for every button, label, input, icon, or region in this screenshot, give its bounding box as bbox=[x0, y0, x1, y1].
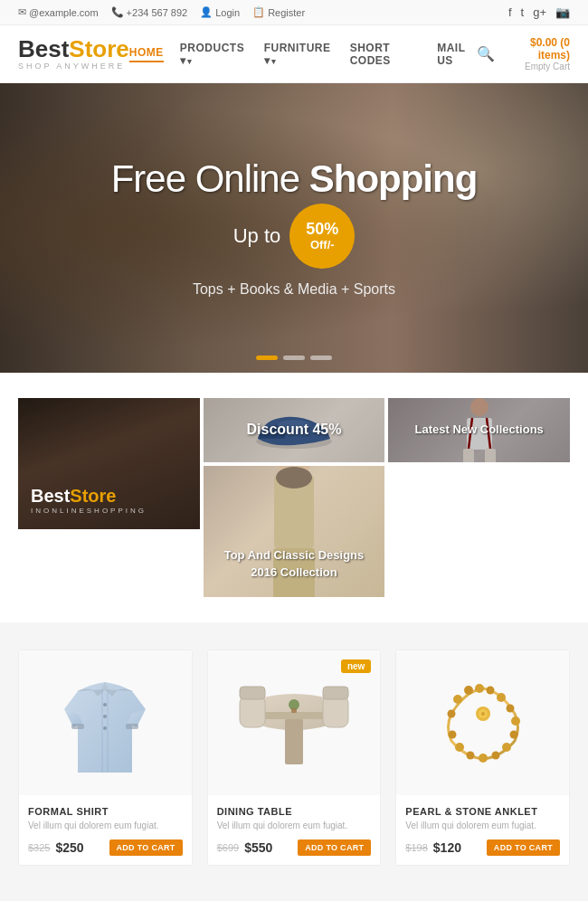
svg-point-19 bbox=[103, 726, 107, 730]
logo-best: Best bbox=[18, 35, 69, 62]
social-links: f t g+ 📷 bbox=[508, 5, 570, 19]
promo-card-brand[interactable]: BestStore INONLINESHOPPING bbox=[18, 398, 200, 529]
top-bar-left: ✉ @example.com 📞 +234 567 892 👤 Login 📋 … bbox=[18, 6, 305, 18]
logo: BestStore SHOP ANYWHERE bbox=[18, 36, 129, 71]
product-info-table: DINING TABLE Vel illum qui dolorem eum f… bbox=[208, 795, 381, 865]
anklet-icon bbox=[433, 673, 533, 773]
googleplus-icon[interactable]: g+ bbox=[533, 5, 546, 19]
instagram-icon[interactable]: 📷 bbox=[555, 5, 570, 19]
product-card-table: New bbox=[207, 650, 382, 866]
svg-point-18 bbox=[103, 715, 107, 718]
hero-dot-1[interactable] bbox=[256, 356, 278, 360]
svg-point-40 bbox=[502, 743, 511, 752]
hero-subtitle: Tops + Books & Media + Sports bbox=[111, 281, 478, 298]
header: BestStore SHOP ANYWHERE HOME PRODUCTS ▾ … bbox=[0, 25, 588, 83]
hero-title: Free Online Shopping bbox=[111, 158, 478, 200]
svg-point-11 bbox=[276, 467, 312, 488]
hero-dots bbox=[256, 356, 332, 360]
twitter-icon[interactable]: t bbox=[521, 5, 525, 19]
svg-rect-20 bbox=[71, 724, 84, 729]
products-section: FORMAL SHIRT Vel illum qui dolorem eum f… bbox=[0, 622, 588, 893]
promo-store: Store bbox=[70, 486, 116, 506]
product-card-shirt: FORMAL SHIRT Vel illum qui dolorem eum f… bbox=[18, 650, 193, 866]
cart-info: $0.00 (0 items) Empty Cart bbox=[507, 36, 570, 71]
hero-dot-2[interactable] bbox=[283, 356, 305, 360]
add-to-cart-anklet[interactable]: ADD TO CART bbox=[487, 839, 560, 856]
svg-rect-24 bbox=[285, 719, 303, 764]
product-card-anklet: PEARL & STONE ANKLET Vel illum qui dolor… bbox=[395, 650, 570, 866]
svg-point-41 bbox=[491, 752, 499, 760]
hero-section: Free Online Shopping Up to 50% Off/- Top… bbox=[0, 83, 588, 373]
promo-card-collections[interactable]: Latest New Collections bbox=[388, 398, 570, 462]
svg-rect-28 bbox=[323, 687, 348, 699]
svg-rect-26 bbox=[240, 687, 265, 699]
user-icon: 👤 bbox=[200, 6, 213, 18]
product-desc-anklet: Vel illum qui dolorem eum fugiat. bbox=[405, 820, 560, 832]
promo-classic-label: Top And Classic Designs 2016 Collection bbox=[224, 548, 365, 579]
svg-point-48 bbox=[481, 712, 485, 716]
svg-point-34 bbox=[475, 684, 484, 693]
product-pricing-shirt: $325 $250 ADD TO CART bbox=[28, 839, 183, 856]
promo-brand-content: BestStore INONLINESHOPPING bbox=[31, 486, 147, 515]
svg-point-36 bbox=[497, 693, 506, 702]
search-button[interactable]: 🔍 bbox=[477, 45, 495, 62]
products-grid: FORMAL SHIRT Vel illum qui dolorem eum f… bbox=[18, 650, 570, 866]
dining-table-icon bbox=[235, 669, 353, 777]
svg-point-17 bbox=[103, 703, 107, 707]
header-right: 🔍 $0.00 (0 items) Empty Cart bbox=[477, 36, 570, 71]
svg-rect-30 bbox=[291, 708, 297, 713]
svg-rect-27 bbox=[323, 696, 348, 727]
nav-products[interactable]: PRODUCTS ▾ bbox=[180, 42, 248, 67]
facebook-icon[interactable]: f bbox=[508, 5, 512, 19]
svg-rect-25 bbox=[240, 696, 265, 727]
logo-store: Store bbox=[69, 35, 128, 62]
nav-home[interactable]: HOME bbox=[129, 46, 164, 62]
svg-point-31 bbox=[447, 710, 455, 718]
product-img-anklet bbox=[396, 650, 569, 795]
hero-dot-3[interactable] bbox=[310, 356, 332, 360]
register-link[interactable]: 📋 Register bbox=[252, 6, 305, 18]
product-old-price-shirt: $325 bbox=[28, 842, 50, 853]
promo-grid: BestStore INONLINESHOPPING Discount 45% bbox=[18, 398, 570, 597]
email-icon: ✉ bbox=[18, 6, 26, 18]
promo-discount-label: Discount 45% bbox=[247, 422, 342, 438]
promo-classic-content: Top And Classic Designs 2016 Collection bbox=[204, 546, 385, 581]
product-pricing-anklet: $198 $120 ADD TO CART bbox=[405, 839, 560, 856]
product-old-price-table: $699 bbox=[217, 842, 239, 853]
add-to-cart-shirt[interactable]: ADD TO CART bbox=[109, 839, 183, 856]
product-desc-table: Vel illum qui dolorem eum fugiat. bbox=[217, 820, 372, 832]
product-desc-shirt: Vel illum qui dolorem eum fugiat. bbox=[28, 820, 183, 832]
main-nav: HOME PRODUCTS ▾ FURNITURE ▾ SHORT CODES … bbox=[129, 42, 477, 67]
register-icon: 📋 bbox=[252, 6, 265, 18]
product-old-price-anklet: $198 bbox=[405, 842, 427, 853]
svg-point-39 bbox=[509, 731, 517, 739]
phone-icon: 📞 bbox=[111, 6, 124, 18]
add-to-cart-table[interactable]: ADD TO CART bbox=[298, 839, 371, 856]
svg-point-38 bbox=[511, 716, 520, 726]
nav-shortcodes[interactable]: SHORT CODES bbox=[350, 42, 422, 67]
nav-mail[interactable]: MAIL US bbox=[437, 42, 477, 67]
shirt-icon bbox=[60, 664, 150, 782]
promo-card-classic[interactable]: Top And Classic Designs 2016 Collection bbox=[204, 466, 385, 597]
product-name-table: DINING TABLE bbox=[217, 806, 372, 817]
login-link[interactable]: 👤 Login bbox=[200, 6, 240, 18]
svg-point-43 bbox=[466, 752, 474, 760]
cart-amount: $0.00 (0 items) bbox=[507, 36, 570, 62]
promo-card-discount[interactable]: Discount 45% bbox=[204, 398, 385, 462]
product-new-price-anklet: $120 bbox=[433, 840, 461, 855]
top-bar: ✉ @example.com 📞 +234 567 892 👤 Login 📋 … bbox=[0, 0, 588, 25]
svg-point-44 bbox=[455, 743, 464, 752]
hero-discount-badge: 50% Off/- bbox=[289, 204, 355, 269]
email-info: ✉ @example.com bbox=[18, 6, 99, 18]
product-badge-new: New bbox=[341, 659, 371, 673]
promo-best: Best bbox=[31, 486, 70, 506]
product-img-shirt bbox=[19, 650, 192, 795]
svg-point-33 bbox=[464, 686, 473, 695]
product-info-shirt: FORMAL SHIRT Vel illum qui dolorem eum f… bbox=[19, 795, 192, 865]
svg-point-32 bbox=[453, 695, 462, 704]
nav-furniture[interactable]: FURNITURE ▾ bbox=[264, 42, 334, 67]
product-new-price-table: $550 bbox=[244, 840, 272, 855]
hero-content: Free Online Shopping Up to 50% Off/- Top… bbox=[111, 158, 478, 298]
svg-rect-21 bbox=[126, 724, 138, 729]
promo-tagline: INONLINESHOPPING bbox=[31, 507, 147, 515]
